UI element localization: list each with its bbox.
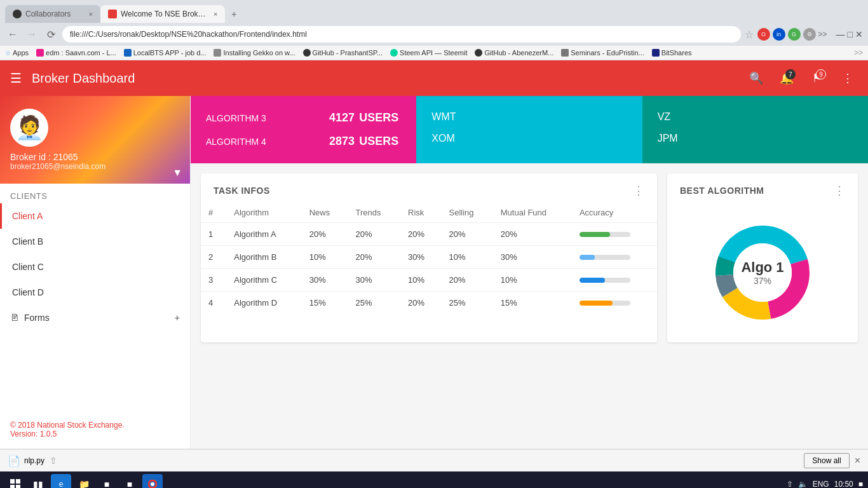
tab2-close[interactable]: ×	[214, 10, 217, 18]
tab2-favicon	[108, 10, 117, 18]
cell-trends: 25%	[348, 292, 400, 315]
cell-algo: Algorithm B	[226, 246, 301, 269]
notifications-icon[interactable]: 🔔 7	[776, 68, 797, 88]
bookmark-bitshares[interactable]: BitShares	[652, 49, 692, 57]
browser-tab-2[interactable]: Welcome To NSE Broker... ×	[100, 5, 225, 23]
ext-icon-4[interactable]: ⚙	[803, 28, 816, 41]
start-button[interactable]	[5, 474, 25, 488]
bookmark-gekko[interactable]: Installing Gekko on w...	[214, 49, 295, 57]
bookmark-star[interactable]: ☆	[745, 29, 754, 41]
best-algo-title: BEST ALGORITHM	[680, 186, 764, 196]
cell-accuracy	[572, 292, 657, 315]
cell-algo: Algorithm A	[226, 223, 301, 246]
bookmark-localbts[interactable]: LocalBTS APP - job d...	[124, 49, 207, 57]
taskbar-time: 10:50	[834, 480, 853, 488]
bookmark-seminars-label: Seminars - EduPristin...	[571, 49, 644, 57]
bookmark-steem-label: Steem API — Steemit	[400, 49, 467, 57]
minimize-button[interactable]: —	[836, 29, 845, 39]
address-bar[interactable]	[62, 26, 741, 43]
show-all-downloads-button[interactable]: Show all	[804, 453, 849, 468]
cell-selling: 25%	[442, 292, 493, 315]
best-algo-header: BEST ALGORITHM ⋮	[667, 173, 858, 203]
download-bar: 📄 nlp.py ⇧ Show all ×	[0, 449, 868, 471]
table-row: 3 Algorithm C 30% 30% 10% 20% 10%	[201, 269, 657, 292]
more-options-icon[interactable]: ⋮	[837, 68, 858, 88]
sidebar-item-client-d[interactable]: Client D	[0, 280, 190, 305]
browser-tab-1[interactable]: Collaborators ×	[5, 5, 100, 23]
forward-button[interactable]: →	[24, 27, 39, 42]
edge-browser-button[interactable]: e	[51, 474, 71, 488]
chrome-button[interactable]	[142, 474, 163, 488]
cell-trends: 30%	[348, 269, 400, 292]
bookmark-steem-icon	[390, 49, 398, 57]
cell-num: 2	[201, 246, 226, 269]
footer-version: Version: 1.0.5	[10, 430, 57, 438]
file-explorer-button[interactable]: 📁	[74, 474, 94, 488]
bookmark-steem[interactable]: Steem API — Steemit	[390, 49, 467, 57]
cell-algo: Algorithm C	[226, 269, 301, 292]
table-row: 2 Algorithm B 10% 20% 30% 10% 30%	[201, 246, 657, 269]
cell-mutual-fund: 15%	[493, 292, 572, 315]
taskbar-show-desktop[interactable]: ■	[858, 480, 863, 488]
forms-icon: 🖹	[10, 313, 19, 323]
ext-icon-3[interactable]: G	[788, 28, 801, 41]
svg-rect-9	[16, 485, 20, 488]
close-window-button[interactable]: ✕	[855, 29, 863, 39]
stock-wmt: WMT	[431, 106, 627, 128]
app-title: Broker Dashboard	[32, 71, 736, 86]
stock-xom: XOM	[431, 128, 627, 149]
tab2-label: Welcome To NSE Broker...	[121, 10, 210, 18]
bookmark-gekko-label: Installing Gekko on w...	[223, 49, 295, 57]
donut-label: Algo 1 37%	[741, 259, 783, 286]
forms-add-icon[interactable]: +	[175, 313, 180, 323]
bookmark-apps[interactable]: ☆ Apps	[5, 49, 29, 57]
svg-rect-6	[10, 479, 15, 484]
search-icon[interactable]: 🔍	[746, 68, 766, 88]
col-news: News	[302, 203, 348, 223]
hamburger-menu-icon[interactable]: ☰	[10, 71, 22, 86]
flag-icon[interactable]: ⚑ 9	[807, 68, 827, 88]
bookmark-gekko-icon	[214, 49, 221, 57]
sidebar-item-client-c[interactable]: Client C	[0, 254, 190, 280]
task-view-button[interactable]: ▮▮	[28, 474, 48, 488]
algo-row-2: ALGORITHM 4 2873 USERS	[206, 130, 401, 153]
reload-button[interactable]: ⟳	[43, 27, 58, 42]
algo3-name: ALGORITHM 3	[206, 113, 266, 123]
bookmark-seminars-icon	[561, 49, 569, 57]
profile-expand-icon[interactable]: ▼	[172, 167, 182, 179]
taskbar-language: ENG	[813, 480, 829, 488]
bookmark-seminars[interactable]: Seminars - EduPristin...	[561, 49, 644, 57]
ext-icon-2[interactable]: in	[773, 28, 785, 41]
sidebar-item-client-b[interactable]: Client B	[0, 229, 190, 254]
sidebar-forms-item[interactable]: 🖹 Forms +	[0, 305, 190, 330]
new-tab-button[interactable]: +	[225, 5, 243, 23]
bookmark-bitshares-label: BitShares	[661, 49, 692, 57]
app-button-2[interactable]: ■	[119, 474, 140, 488]
back-button[interactable]: ←	[5, 27, 20, 42]
bookmark-apps-label: Apps	[13, 49, 29, 57]
bookmark-edm[interactable]: edm : Saavn.com - L...	[36, 49, 116, 57]
bookmark-edm-icon	[36, 49, 44, 57]
cell-mutual-fund: 20%	[493, 223, 572, 246]
accuracy-bar-container	[580, 255, 630, 260]
best-algo-menu-icon[interactable]: ⋮	[834, 184, 845, 198]
donut-container: Algo 1 37%	[667, 203, 858, 342]
ext-icon-1[interactable]: O	[757, 28, 770, 41]
extensions-more[interactable]: >>	[818, 30, 827, 39]
accuracy-bar-container	[580, 301, 630, 306]
bookmark-github2[interactable]: GitHub - AbenezerM...	[475, 49, 553, 57]
sidebar-item-client-a[interactable]: Client A	[0, 203, 190, 229]
tab1-close[interactable]: ×	[89, 10, 93, 18]
bookmark-github1[interactable]: GitHub - PrashantSP...	[303, 49, 383, 57]
avatar: 🧑‍💼	[10, 109, 48, 147]
download-bar-close-button[interactable]: ×	[855, 455, 860, 466]
task-infos-menu-icon[interactable]: ⋮	[633, 184, 644, 198]
algo4-count: 2873 USERS	[329, 135, 401, 148]
bookmark-github1-icon	[303, 49, 311, 57]
cell-trends: 20%	[348, 246, 400, 269]
task-infos-title: TASK INFOS	[214, 186, 270, 196]
bookmarks-overflow[interactable]: >>	[854, 48, 863, 57]
restore-button[interactable]: □	[848, 29, 853, 39]
col-accuracy: Accuracy	[572, 203, 657, 223]
app-button-1[interactable]: ■	[97, 474, 117, 488]
